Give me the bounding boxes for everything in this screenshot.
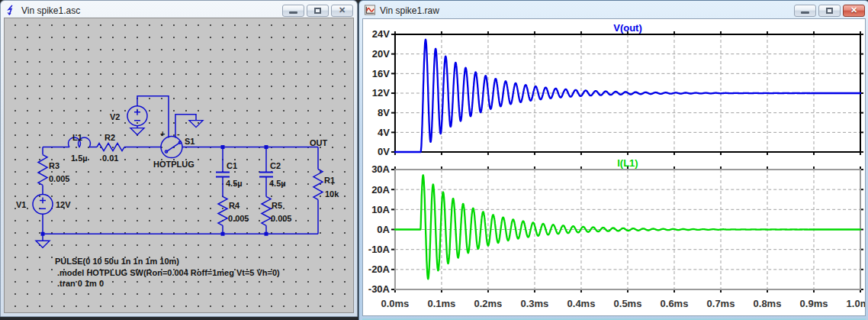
x-tick-label: 0.1ms <box>428 298 456 309</box>
schematic-titlebar[interactable]: Vin spike1.asc ✕ <box>1 1 357 18</box>
close-icon: ✕ <box>850 6 857 15</box>
ground-icon[interactable] <box>189 121 203 128</box>
label-R1-val: 10k <box>325 189 339 199</box>
x-tick-label: 0.4ms <box>567 298 596 309</box>
y-tick-label: 8V <box>378 107 390 118</box>
y-tick-label: 16V <box>372 68 390 79</box>
label-C2-ref: C2 <box>270 162 281 171</box>
trace-label-vout[interactable]: V(out) <box>613 22 641 34</box>
y-tick-label: 0V <box>378 146 390 157</box>
switch-plus-mark: + <box>160 129 165 138</box>
label-R1-ref: R1 <box>324 176 335 185</box>
resistor-R4[interactable] <box>218 196 227 225</box>
voltage-source-V1[interactable] <box>33 194 53 214</box>
ground-icon[interactable] <box>36 241 50 247</box>
x-tick-label: 0.9ms <box>800 298 828 309</box>
x-tick-label: 0.8ms <box>754 298 782 309</box>
label-R5-val: 0.005 <box>271 214 291 223</box>
maximize-button[interactable] <box>818 5 841 17</box>
x-tick-label: 0.7ms <box>707 298 735 309</box>
label-V2-ref: V2 <box>110 112 120 121</box>
close-button[interactable]: ✕ <box>331 5 353 17</box>
spice-directive-model[interactable]: .model HOTPLUG SW(Ron=0.004 Roff=1meg Vt… <box>57 268 280 277</box>
label-R5-ref: R5 <box>272 201 282 210</box>
close-button[interactable]: ✕ <box>843 5 865 17</box>
maximize-icon <box>314 8 321 14</box>
label-L1-val: 1.5µ <box>71 154 88 163</box>
y-tick-label: 20A <box>371 184 390 196</box>
spice-directive-pulse[interactable]: PULSE(0 10 50u 1n 1n 1m 10m) <box>55 257 179 266</box>
minimize-icon <box>801 11 809 14</box>
minimize-icon <box>289 11 297 14</box>
switch-minus-mark: - <box>177 129 180 138</box>
label-C2-val: 4.5µ <box>269 179 286 188</box>
window-title: Vin spike1.raw <box>380 5 439 16</box>
x-tick-label: 1.0ms <box>847 298 865 309</box>
label-L1-ref: L1 <box>72 133 82 142</box>
label-S1-ref: S1 <box>185 137 194 146</box>
resistor-R1[interactable] <box>313 169 323 199</box>
y-tick-label: 0A <box>377 224 390 235</box>
y-tick-label: 30A <box>371 163 390 175</box>
switch-S1[interactable] <box>161 137 182 158</box>
resistor-R5[interactable] <box>262 196 271 225</box>
resistor-R2[interactable] <box>97 144 124 151</box>
x-tick-label: 0.0ms <box>381 298 410 309</box>
minimize-button[interactable] <box>794 5 816 17</box>
voltage-source-V2[interactable] <box>127 106 147 126</box>
label-S1-model: HOTPLUG <box>153 160 194 170</box>
label-V1-ref: V1 <box>16 200 26 209</box>
label-R4-val: 0.005 <box>228 214 249 223</box>
maximize-button[interactable] <box>307 5 329 17</box>
trace-label-il1[interactable]: I(L1) <box>617 157 638 169</box>
ltspice-schematic-icon <box>5 5 18 16</box>
net-label-out[interactable]: OUT <box>310 138 327 147</box>
label-V1-val: 12V <box>56 200 71 209</box>
schematic-canvas[interactable]: + - L1 1.5µ R2 0.01 R3 0.005 V1 12V V2 S… <box>4 18 354 313</box>
y-tick-label: -30A <box>368 283 391 295</box>
window-title: Vin spike1.asc <box>21 5 80 16</box>
y-tick-label: -10A <box>368 244 391 255</box>
label-R2-ref: R2 <box>104 133 115 142</box>
x-tick-label: 0.3ms <box>521 298 549 309</box>
spice-directive-tran[interactable]: .tran 0 1m 0 <box>57 279 104 288</box>
minimize-button[interactable] <box>282 5 304 17</box>
resistor-R3[interactable] <box>38 155 47 186</box>
waveform-icon <box>364 5 376 16</box>
y-tick-label: 24V <box>372 28 390 40</box>
label-R2-val: 0.01 <box>102 154 118 163</box>
y-tick-label: 20V <box>372 48 390 60</box>
y-tick-label: 12V <box>372 87 390 99</box>
capacitor-C1[interactable] <box>216 172 230 176</box>
x-tick-label: 0.2ms <box>474 298 503 309</box>
waveform-plot: 24V20V16V12V8V4V0VV(out)30A20A10A0A-10A-… <box>363 19 865 315</box>
label-R4-ref: R4 <box>229 201 240 210</box>
label-R3-val: 0.005 <box>49 174 69 183</box>
x-tick-label: 0.6ms <box>661 298 689 309</box>
schematic-drawing: + - L1 1.5µ R2 0.01 R3 0.005 V1 12V V2 S… <box>5 18 353 312</box>
plot-area[interactable]: 24V20V16V12V8V4V0VV(out)30A20A10A0A-10A-… <box>362 18 866 316</box>
label-C1-val: 4.5µ <box>226 179 243 188</box>
maximize-icon <box>826 8 833 14</box>
ground-icon[interactable] <box>130 128 144 135</box>
capacitor-C2[interactable] <box>259 172 273 176</box>
close-icon: ✕ <box>339 6 346 15</box>
y-tick-label: 10A <box>371 204 390 215</box>
y-tick-label: -20A <box>368 263 391 275</box>
waveform-titlebar[interactable]: Vin spike1.raw ✕ <box>359 1 868 18</box>
schematic-window: Vin spike1.asc ✕ <box>0 0 358 317</box>
y-tick-label: 4V <box>378 127 390 138</box>
label-C1-ref: C1 <box>227 162 237 171</box>
waveform-window: Vin spike1.raw ✕ 24V20V16V12V8V4V0VV(out… <box>358 0 868 320</box>
x-tick-label: 0.5ms <box>614 298 642 309</box>
label-R3-ref: R3 <box>49 162 59 171</box>
